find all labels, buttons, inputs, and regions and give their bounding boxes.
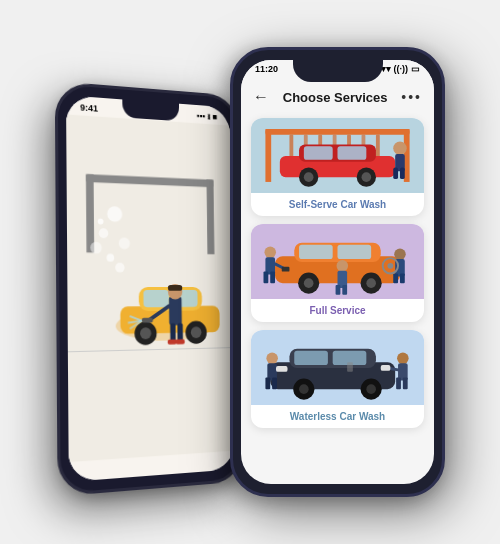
back-button[interactable]: ← bbox=[253, 88, 269, 106]
self-serve-illustration bbox=[251, 118, 424, 193]
left-time: 9:41 bbox=[80, 102, 98, 113]
service-card-full-service[interactable]: Full Service bbox=[251, 224, 424, 322]
battery-icon: ▭ bbox=[411, 64, 420, 74]
svg-rect-54 bbox=[393, 168, 398, 180]
right-time: 11:20 bbox=[255, 64, 278, 74]
svg-rect-59 bbox=[299, 245, 333, 259]
left-screen-content bbox=[66, 95, 235, 482]
svg-rect-97 bbox=[396, 378, 401, 390]
svg-rect-31 bbox=[176, 339, 185, 344]
svg-point-62 bbox=[304, 278, 314, 288]
svg-rect-74 bbox=[342, 285, 347, 295]
svg-point-64 bbox=[366, 278, 376, 288]
svg-point-49 bbox=[304, 172, 314, 182]
svg-point-65 bbox=[264, 247, 276, 259]
svg-rect-14 bbox=[143, 290, 169, 307]
svg-rect-100 bbox=[381, 365, 391, 371]
page-title: Choose Services bbox=[283, 90, 388, 105]
svg-rect-92 bbox=[265, 378, 270, 390]
svg-rect-93 bbox=[272, 378, 277, 390]
svg-rect-70 bbox=[282, 267, 290, 272]
waterless-image bbox=[251, 330, 424, 405]
waterless-label: Waterless Car Wash bbox=[251, 405, 424, 428]
svg-rect-101 bbox=[347, 362, 353, 372]
menu-button[interactable]: ••• bbox=[401, 89, 422, 105]
svg-rect-47 bbox=[338, 146, 367, 159]
svg-point-90 bbox=[266, 353, 278, 365]
svg-rect-78 bbox=[400, 274, 405, 284]
svg-rect-55 bbox=[400, 168, 405, 180]
svg-point-89 bbox=[366, 384, 376, 394]
svg-rect-94 bbox=[276, 366, 288, 372]
full-service-label: Full Service bbox=[251, 299, 424, 322]
svg-rect-37 bbox=[289, 135, 293, 159]
services-list: Self-Serve Car Wash bbox=[241, 114, 434, 432]
svg-rect-3 bbox=[206, 180, 214, 255]
left-illustration bbox=[66, 95, 235, 482]
service-card-waterless[interactable]: Waterless Car Wash bbox=[251, 330, 424, 428]
left-signal: ▪▪▪ ᵻ ■ bbox=[196, 111, 217, 122]
right-notch bbox=[293, 60, 383, 82]
svg-point-95 bbox=[397, 353, 409, 365]
svg-rect-60 bbox=[338, 245, 372, 259]
svg-rect-34 bbox=[265, 129, 409, 135]
main-scene: 9:41 ▪▪▪ ᵻ ■ bbox=[0, 0, 500, 544]
svg-rect-46 bbox=[304, 146, 333, 159]
svg-rect-24 bbox=[142, 318, 153, 323]
svg-rect-30 bbox=[168, 339, 177, 344]
svg-point-87 bbox=[299, 384, 309, 394]
svg-rect-98 bbox=[403, 378, 408, 390]
waterless-illustration bbox=[251, 330, 424, 405]
svg-rect-84 bbox=[294, 351, 328, 365]
service-card-self-serve[interactable]: Self-Serve Car Wash bbox=[251, 118, 424, 216]
svg-point-71 bbox=[337, 260, 349, 272]
svg-rect-35 bbox=[265, 129, 271, 182]
svg-rect-22 bbox=[168, 285, 182, 291]
svg-rect-67 bbox=[263, 272, 268, 284]
svg-point-80 bbox=[387, 263, 393, 269]
self-serve-label: Self-Serve Car Wash bbox=[251, 193, 424, 216]
svg-rect-2 bbox=[86, 174, 94, 253]
svg-rect-20 bbox=[169, 296, 182, 325]
right-phone[interactable]: 11:20 ▾▾▾ ((·)) ▭ ← Choose Services ••• bbox=[230, 47, 445, 497]
self-serve-image bbox=[251, 118, 424, 193]
wifi-symbol: ((·)) bbox=[394, 64, 409, 74]
svg-rect-68 bbox=[270, 272, 275, 284]
full-service-image bbox=[251, 224, 424, 299]
svg-point-52 bbox=[393, 142, 406, 155]
svg-rect-73 bbox=[336, 285, 341, 295]
svg-point-51 bbox=[362, 172, 372, 182]
svg-point-75 bbox=[394, 249, 406, 261]
svg-rect-77 bbox=[393, 274, 398, 284]
full-service-illustration bbox=[251, 224, 424, 299]
left-phone: 9:41 ▪▪▪ ᵻ ■ bbox=[55, 81, 245, 496]
